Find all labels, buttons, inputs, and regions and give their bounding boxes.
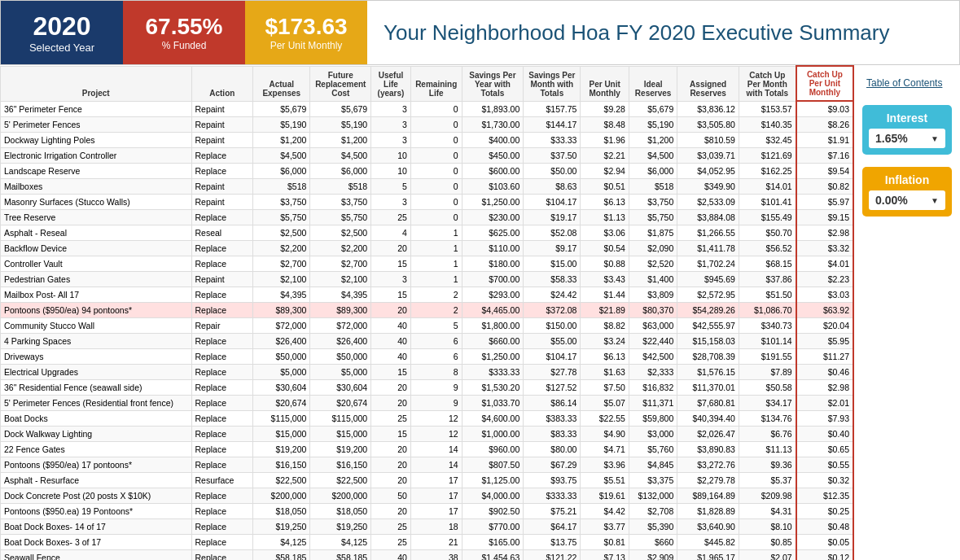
action-cell: Replace bbox=[191, 535, 253, 550]
catchup-unit-cell: $9.03 bbox=[796, 101, 853, 117]
catchup-unit-cell: $11.27 bbox=[796, 349, 853, 365]
catchup-unit-cell: $7.93 bbox=[796, 411, 853, 427]
catchup-unit-cell: $0.25 bbox=[796, 504, 853, 519]
project-name: Pontoons ($950/ea) 94 pontoons* bbox=[1, 303, 192, 318]
project-name: Dockway Lighting Poles bbox=[1, 133, 192, 148]
catchup-unit-cell: $0.40 bbox=[796, 427, 853, 442]
project-name: Controller Vault bbox=[1, 256, 192, 272]
project-name: 36" Residential Fence (seawall side) bbox=[1, 380, 192, 396]
action-cell: Replace bbox=[191, 411, 253, 427]
project-name: Seawall Fence bbox=[1, 550, 192, 561]
col-header-savings-yr: Savings Per Year with Totals bbox=[462, 66, 524, 101]
action-cell: Replace bbox=[191, 396, 253, 411]
inflation-box: Inflation 0.00% ▼ bbox=[862, 167, 952, 217]
project-name: 22 Fence Gates bbox=[1, 442, 192, 457]
project-name: 36" Perimeter Fence bbox=[1, 101, 192, 117]
catchup-unit-cell: $1.91 bbox=[796, 133, 853, 148]
project-name: 5' Perimeter Fences bbox=[1, 117, 192, 133]
catchup-unit-cell: $20.04 bbox=[796, 318, 853, 334]
project-name: Boat Docks bbox=[1, 411, 192, 427]
catchup-unit-cell: $0.55 bbox=[796, 457, 853, 473]
catchup-unit-cell: $9.54 bbox=[796, 164, 853, 179]
catchup-unit-cell: $63.92 bbox=[796, 303, 853, 318]
action-cell: Replace bbox=[191, 365, 253, 380]
top-bar: 2020 Selected Year 67.55% % Funded $173.… bbox=[0, 0, 960, 65]
interest-chevron[interactable]: ▼ bbox=[931, 134, 939, 143]
catchup-unit-cell: $5.97 bbox=[796, 195, 853, 210]
funded-block: 67.55% % Funded bbox=[123, 1, 245, 64]
catchup-unit-cell: $0.48 bbox=[796, 519, 853, 535]
interest-box: Interest 1.65% ▼ bbox=[862, 105, 952, 155]
col-header-catchup-unit: Catch Up Per Unit Monthly bbox=[796, 66, 853, 101]
action-cell: Repaint bbox=[191, 133, 253, 148]
funded-label: % Funded bbox=[162, 40, 207, 51]
project-name: Pontoons ($950.ea) 19 Pontoons* bbox=[1, 504, 192, 519]
action-cell: Replace bbox=[191, 442, 253, 457]
catchup-unit-cell: $0.32 bbox=[796, 473, 853, 488]
action-cell: Replace bbox=[191, 210, 253, 225]
catchup-unit-cell: $5.95 bbox=[796, 334, 853, 349]
monthly-value: $173.63 bbox=[265, 14, 347, 40]
year-block: 2020 Selected Year bbox=[1, 1, 123, 64]
title-block: Your Neighborhood Hoa FY 2020 Executive … bbox=[367, 1, 959, 64]
project-name: Masonry Surfaces (Stucco Walls) bbox=[1, 195, 192, 210]
catchup-unit-cell: $2.23 bbox=[796, 272, 853, 287]
funded-value: 67.55% bbox=[146, 14, 223, 40]
catchup-unit-cell: $0.12 bbox=[796, 550, 853, 561]
project-name: Tree Reserve bbox=[1, 210, 192, 225]
catchup-unit-cell: $0.05 bbox=[796, 535, 853, 550]
table-area: Project Action Actual Expenses Future Re… bbox=[0, 65, 854, 560]
inflation-chevron[interactable]: ▼ bbox=[931, 196, 939, 205]
action-cell: Repaint bbox=[191, 272, 253, 287]
action-cell: Repair bbox=[191, 318, 253, 334]
action-cell: Reseal bbox=[191, 225, 253, 241]
catchup-unit-cell: $3.32 bbox=[796, 241, 853, 256]
project-name: Dock Concrete Post (20 posts X $10K) bbox=[1, 488, 192, 504]
col-header-useful: Useful Life (years) bbox=[371, 66, 411, 101]
monthly-block: $173.63 Per Unit Monthly bbox=[245, 1, 367, 64]
action-cell: Replace bbox=[191, 287, 253, 303]
project-name: Backflow Device bbox=[1, 241, 192, 256]
project-name: Driveways bbox=[1, 349, 192, 365]
catchup-unit-cell: $12.35 bbox=[796, 488, 853, 504]
action-cell: Replace bbox=[191, 241, 253, 256]
data-table: Project Action Actual Expenses Future Re… bbox=[0, 65, 854, 560]
inflation-value: 0.00% bbox=[875, 194, 908, 207]
catchup-unit-cell: $8.26 bbox=[796, 117, 853, 133]
action-cell: Repaint bbox=[191, 101, 253, 117]
col-header-catchup-mo: Catch Up Per Month with Totals bbox=[739, 66, 796, 101]
col-header-assigned: Assigned Reserves bbox=[677, 66, 739, 101]
action-cell: Replace bbox=[191, 334, 253, 349]
toc-link[interactable]: Table of Contents bbox=[862, 73, 952, 93]
action-cell: Replace bbox=[191, 380, 253, 396]
action-cell: Replace bbox=[191, 164, 253, 179]
action-cell: Replace bbox=[191, 427, 253, 442]
col-header-per-unit: Per Unit Monthly bbox=[581, 66, 629, 101]
project-name: Asphalt - Resurface bbox=[1, 473, 192, 488]
main-content: Project Action Actual Expenses Future Re… bbox=[0, 65, 960, 560]
catchup-unit-cell: $7.16 bbox=[796, 148, 853, 164]
year-label: Selected Year bbox=[29, 42, 94, 54]
catchup-unit-cell: $0.82 bbox=[796, 179, 853, 195]
action-cell: Replace bbox=[191, 550, 253, 561]
inflation-title: Inflation bbox=[869, 173, 945, 186]
page-title: Your Neighborhood Hoa FY 2020 Executive … bbox=[384, 20, 889, 46]
project-name: 4 Parking Spaces bbox=[1, 334, 192, 349]
project-name: Boat Dock Boxes- 14 of 17 bbox=[1, 519, 192, 535]
project-name: Boat Dock Boxes- 3 of 17 bbox=[1, 535, 192, 550]
action-cell: Replace bbox=[191, 303, 253, 318]
project-name: Pedestrian Gates bbox=[1, 272, 192, 287]
project-name: Electronic Irrigation Controller bbox=[1, 148, 192, 164]
monthly-label: Per Unit Monthly bbox=[270, 40, 343, 51]
action-cell: Replace bbox=[191, 457, 253, 473]
action-cell: Replace bbox=[191, 256, 253, 272]
col-header-future: Future Replacement Cost bbox=[310, 66, 371, 101]
project-name: Dock Walkway Lighting bbox=[1, 427, 192, 442]
interest-title: Interest bbox=[869, 112, 945, 125]
action-cell: Replace bbox=[191, 504, 253, 519]
action-cell: Replace bbox=[191, 488, 253, 504]
col-header-project: Project bbox=[1, 66, 192, 101]
catchup-unit-cell: $2.01 bbox=[796, 396, 853, 411]
action-cell: Replace bbox=[191, 148, 253, 164]
project-name: Pontoons ($950/ea) 17 pontoons* bbox=[1, 457, 192, 473]
